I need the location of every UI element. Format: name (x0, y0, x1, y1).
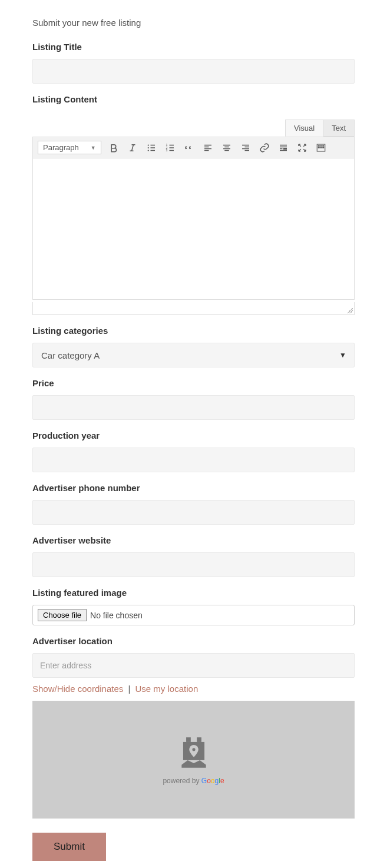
svg-rect-10 (322, 145, 324, 146)
website-input[interactable] (32, 552, 355, 577)
page-intro: Submit your new free listing (32, 18, 355, 28)
listing-content-editor[interactable] (32, 158, 355, 300)
blockquote-icon[interactable] (183, 141, 196, 154)
editor-tab-text[interactable]: Text (323, 120, 355, 137)
bullet-list-icon[interactable] (145, 141, 158, 154)
bold-icon[interactable] (107, 141, 120, 154)
label-listing-categories: Listing categories (32, 326, 355, 336)
label-phone: Advertiser phone number (32, 483, 355, 493)
editor-toolbar: Paragraph ▼ 123 (32, 137, 355, 158)
use-my-location-link[interactable]: Use my location (135, 684, 199, 694)
svg-rect-6 (283, 148, 287, 150)
map-placeholder: powered by Google (32, 701, 355, 819)
italic-icon[interactable] (126, 141, 139, 154)
editor-resize-handle[interactable] (32, 302, 355, 315)
production-year-input[interactable] (32, 448, 355, 472)
read-more-icon[interactable] (277, 141, 290, 154)
powered-by-google: powered by Google (163, 777, 224, 785)
price-input[interactable] (32, 395, 355, 420)
show-hide-coordinates-link[interactable]: Show/Hide coordinates (32, 684, 123, 694)
svg-rect-13 (322, 147, 324, 148)
numbered-list-icon[interactable]: 123 (164, 141, 177, 154)
svg-point-1 (147, 147, 148, 148)
location-input[interactable] (32, 653, 355, 678)
choose-file-button[interactable]: Choose file (38, 609, 87, 621)
svg-rect-8 (317, 145, 319, 146)
toolbar-toggle-icon[interactable] (315, 141, 328, 154)
paragraph-dropdown[interactable]: Paragraph ▼ (38, 141, 101, 154)
align-center-icon[interactable] (220, 141, 233, 154)
paragraph-dropdown-label: Paragraph (43, 143, 79, 152)
align-left-icon[interactable] (201, 141, 214, 154)
label-listing-content: Listing Content (32, 94, 355, 104)
svg-rect-12 (320, 147, 322, 148)
fullscreen-icon[interactable] (296, 141, 309, 154)
svg-point-2 (147, 150, 148, 151)
phone-input[interactable] (32, 500, 355, 525)
label-featured-image: Listing featured image (32, 588, 355, 598)
featured-image-file[interactable]: Choose file No file chosen (32, 605, 355, 625)
file-status-text: No file chosen (90, 611, 143, 620)
link-icon[interactable] (258, 141, 271, 154)
svg-rect-14 (186, 737, 191, 742)
svg-point-0 (147, 144, 148, 145)
submit-button[interactable]: Submit (32, 833, 106, 861)
label-price: Price (32, 378, 355, 388)
label-website: Advertiser website (32, 535, 355, 545)
label-location: Advertiser location (32, 636, 355, 646)
chevron-down-icon: ▼ (91, 145, 96, 151)
listing-categories-value: Car category A (41, 350, 100, 360)
listing-title-input[interactable] (32, 59, 355, 84)
label-production-year: Production year (32, 430, 355, 440)
svg-rect-9 (320, 145, 322, 146)
label-listing-title: Listing Title (32, 42, 355, 52)
svg-rect-11 (317, 147, 319, 148)
separator: | (128, 684, 130, 694)
svg-point-17 (192, 748, 195, 751)
align-right-icon[interactable] (239, 141, 252, 154)
editor-tab-visual[interactable]: Visual (285, 120, 323, 137)
map-pin-icon (176, 734, 212, 773)
svg-text:3: 3 (166, 148, 167, 152)
listing-categories-select[interactable]: Car category A (32, 343, 355, 367)
svg-rect-15 (197, 737, 201, 742)
